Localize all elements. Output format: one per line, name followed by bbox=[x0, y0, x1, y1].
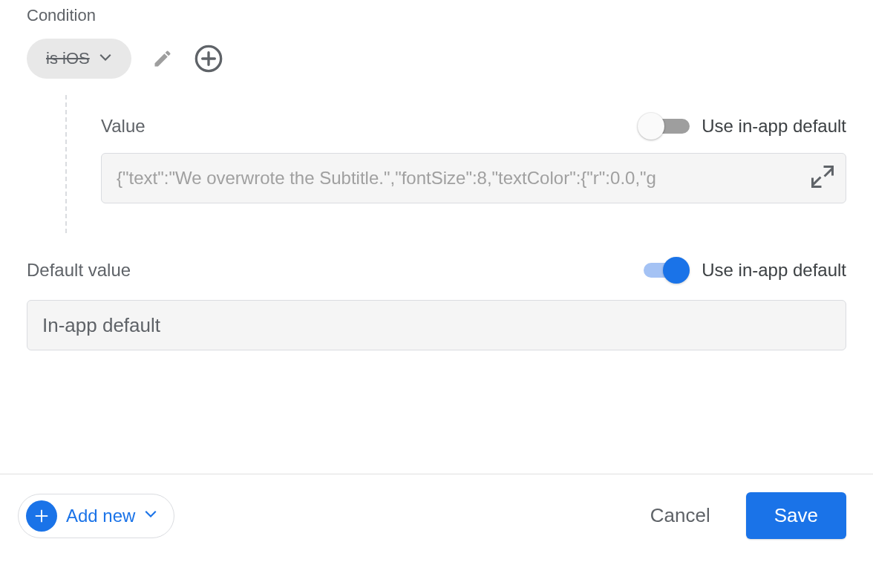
default-value-section: Default value Use in-app default bbox=[27, 257, 846, 350]
footer: Add new Cancel Save bbox=[0, 474, 873, 588]
plus-circle-icon[interactable] bbox=[194, 44, 223, 74]
expand-icon[interactable] bbox=[809, 163, 836, 193]
value-toggle-group: Use in-app default bbox=[638, 113, 846, 140]
default-use-default-toggle[interactable] bbox=[638, 257, 690, 284]
value-use-default-toggle[interactable] bbox=[638, 113, 690, 140]
add-new-label: Add new bbox=[66, 506, 135, 526]
default-value-label: Default value bbox=[27, 260, 131, 281]
value-label: Value bbox=[101, 116, 146, 137]
cancel-button[interactable]: Cancel bbox=[650, 504, 710, 527]
condition-chip-text: is iOS bbox=[46, 49, 90, 68]
pencil-icon[interactable] bbox=[152, 48, 173, 69]
default-toggle-label: Use in-app default bbox=[702, 260, 846, 281]
value-input[interactable] bbox=[101, 153, 846, 203]
condition-row: is iOS bbox=[27, 39, 846, 79]
default-value-input[interactable] bbox=[27, 300, 846, 350]
condition-chip[interactable]: is iOS bbox=[27, 39, 131, 79]
condition-label: Condition bbox=[27, 6, 846, 25]
plus-icon bbox=[26, 500, 57, 532]
default-toggle-group: Use in-app default bbox=[638, 257, 846, 284]
chevron-down-icon bbox=[144, 509, 157, 523]
add-new-button[interactable]: Add new bbox=[18, 494, 174, 538]
chevron-down-icon bbox=[99, 54, 112, 63]
value-input-wrap bbox=[101, 153, 846, 203]
save-button[interactable]: Save bbox=[746, 492, 846, 539]
value-toggle-label: Use in-app default bbox=[702, 116, 846, 137]
connector-line bbox=[65, 95, 67, 233]
value-block: Value Use in-app default bbox=[27, 95, 846, 203]
